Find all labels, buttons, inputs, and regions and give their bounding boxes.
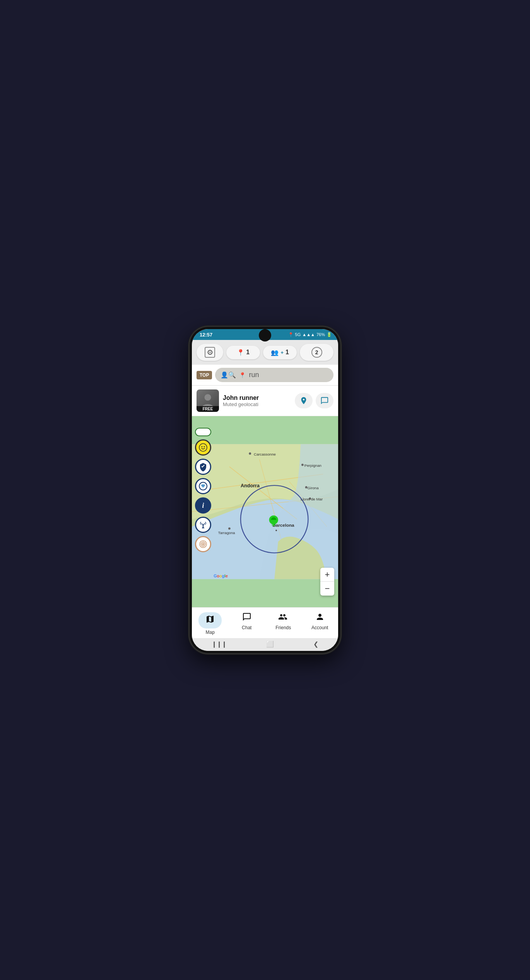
nav-item-chat[interactable]: Chat xyxy=(229,611,265,637)
svg-point-27 xyxy=(202,446,203,447)
account-nav-label: Account xyxy=(311,625,328,630)
add-friend-icon: 👥 xyxy=(271,349,279,356)
search-location-icon: 📍 xyxy=(239,372,246,378)
user-card: FREE John runner Muted geolocati xyxy=(192,386,338,416)
svg-text:Perpignan: Perpignan xyxy=(304,463,321,468)
camera-pill[interactable]: ⊙ xyxy=(197,344,223,361)
heart-location-icon[interactable] xyxy=(195,478,211,494)
svg-text:Carcassonne: Carcassonne xyxy=(254,452,276,456)
user-chat-button[interactable] xyxy=(316,393,333,408)
nav-item-account[interactable]: Account xyxy=(302,611,339,637)
map-nav-label: Map xyxy=(206,630,215,635)
camera-icon: ⊙ xyxy=(205,347,215,358)
search-bar: TOP 👤🔍 📍 run xyxy=(192,365,338,386)
add-friend-pill[interactable]: 👥 + 1 xyxy=(263,346,297,359)
battery-icon: 🔋 xyxy=(327,332,332,337)
zoom-in-button[interactable]: + xyxy=(320,568,334,582)
free-tag: FREE xyxy=(197,406,219,412)
radar-icon[interactable] xyxy=(195,536,211,552)
shield-check-icon[interactable] xyxy=(195,459,211,475)
top-action-bar: ⊙ 📍 1 👥 + 1 2 xyxy=(192,340,338,365)
info-icon[interactable]: i xyxy=(195,497,211,514)
user-avatar: FREE xyxy=(197,389,219,412)
svg-text:Girona: Girona xyxy=(308,486,319,490)
friends-nav-label: Friends xyxy=(275,625,291,630)
signal-bars-icon: ▲▲▲ xyxy=(302,332,315,337)
location-pin-icon: 📍 xyxy=(237,349,244,356)
add-friend-count: 1 xyxy=(286,349,289,356)
antenna-icon[interactable] xyxy=(195,517,211,533)
signal-label: 5G xyxy=(295,332,301,337)
status-icons: 📍 5G ▲▲▲ 76% 🔋 xyxy=(288,332,332,337)
home-button[interactable]: ⬜ xyxy=(266,640,274,648)
user-info: John runner Muted geolocati xyxy=(223,394,291,407)
map-area[interactable]: Carcassonne Perpignan Andorra Girona Llo… xyxy=(192,416,338,607)
battery-label: 76% xyxy=(316,332,325,337)
svg-point-30 xyxy=(202,524,204,526)
home-indicator: ❙❙❙ ⬜ ❮ xyxy=(192,638,338,651)
search-input-area[interactable]: 👤🔍 📍 run xyxy=(215,368,333,382)
recent-apps-icon[interactable]: ❙❙❙ xyxy=(212,640,227,648)
search-person-icon: 👤🔍 xyxy=(221,371,236,379)
svg-point-18 xyxy=(275,530,277,531)
back-button[interactable]: ❮ xyxy=(313,640,318,648)
map-nav-icon xyxy=(205,615,215,626)
svg-point-10 xyxy=(301,464,304,466)
nav-item-map[interactable]: Map xyxy=(192,611,229,637)
zoom-out-button[interactable]: − xyxy=(320,582,334,596)
location-status-icon: 📍 xyxy=(288,332,294,337)
phone-screen: 12:57 📍 5G ▲▲▲ 76% 🔋 ⊙ 📍 1 👥 + 1 xyxy=(192,329,338,651)
location-pill[interactable]: 📍 1 xyxy=(226,346,260,359)
search-query[interactable]: run xyxy=(249,371,259,379)
zoom-controls: + − xyxy=(320,568,334,596)
user-location-button[interactable] xyxy=(295,393,313,408)
svg-text:Google: Google xyxy=(214,574,228,578)
svg-point-0 xyxy=(204,394,211,400)
svg-point-26 xyxy=(199,444,207,451)
map-svg: Carcassonne Perpignan Andorra Girona Llo… xyxy=(192,416,338,607)
svg-point-19 xyxy=(228,528,231,530)
nav-item-friends[interactable]: Friends xyxy=(265,611,302,637)
friends-nav-icon xyxy=(278,612,288,624)
status-time: 12:57 xyxy=(200,332,212,338)
top-badge: TOP xyxy=(197,371,212,379)
bottom-nav: Map Chat Friends xyxy=(192,607,338,638)
chat-nav-icon xyxy=(242,612,251,624)
phone-frame: 12:57 📍 5G ▲▲▲ 76% 🔋 ⊙ 📍 1 👥 + 1 xyxy=(190,327,340,653)
svg-text:Tarragona: Tarragona xyxy=(218,531,235,535)
account-nav-icon xyxy=(315,612,325,624)
user-name: John runner xyxy=(223,394,291,401)
svg-point-28 xyxy=(204,446,205,447)
location-count: 1 xyxy=(246,349,250,356)
svg-text:Lloret de Mar: Lloret de Mar xyxy=(301,497,323,501)
user-actions xyxy=(295,393,333,408)
chat-nav-label: Chat xyxy=(242,625,251,630)
top-partial-icon[interactable] xyxy=(195,428,211,436)
smiley-icon[interactable] xyxy=(195,439,211,456)
map-left-icons: i xyxy=(195,428,211,552)
notification-circle: 2 xyxy=(311,347,322,358)
svg-point-8 xyxy=(249,452,251,455)
user-status: Muted geolocati xyxy=(223,401,291,407)
svg-text:Andorra: Andorra xyxy=(241,483,260,488)
camera-notch xyxy=(259,329,271,341)
notification-pill[interactable]: 2 xyxy=(300,344,333,361)
